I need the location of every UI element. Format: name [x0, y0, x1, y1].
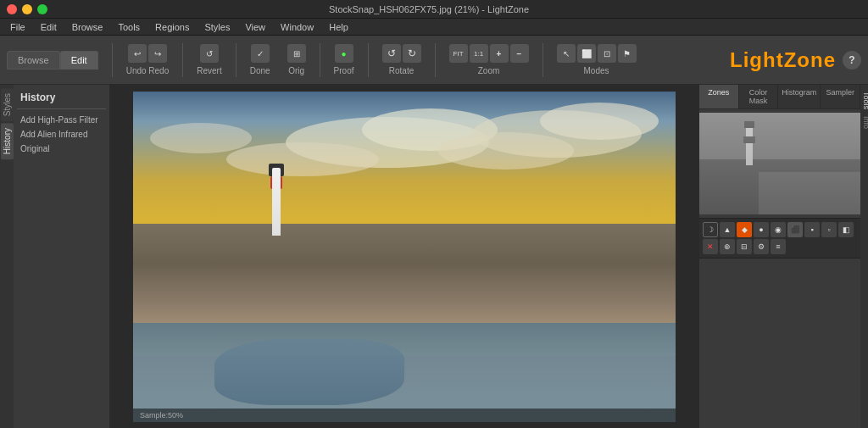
left-tab-styles[interactable]: Styles: [1, 88, 14, 121]
orig-label: Orig: [288, 66, 304, 75]
tool-hsl[interactable]: ●: [754, 222, 769, 237]
menu-view[interactable]: View: [238, 20, 272, 34]
tool-sharpen[interactable]: ▪: [804, 222, 820, 237]
zoom-fit-button[interactable]: FIT: [449, 44, 468, 63]
tool-settings[interactable]: ⚙: [754, 239, 769, 254]
menu-file[interactable]: File: [3, 20, 32, 34]
image-container: Sample:50%: [133, 92, 676, 422]
divider-6: [435, 43, 436, 77]
zoom-in-button[interactable]: [490, 44, 509, 63]
history-title: History: [17, 88, 106, 109]
modes-label: Modes: [584, 66, 609, 75]
tab-browse[interactable]: Browse: [7, 51, 60, 69]
right-tab-strip: Zones Color Mask Histogram Sampler: [699, 85, 860, 109]
svg-rect-13: [699, 113, 860, 214]
revert-label: Revert: [197, 66, 221, 75]
divider-7: [542, 43, 543, 77]
main-area: Styles History History Add High-Pass Fil…: [0, 85, 868, 428]
crop-mode-button[interactable]: [598, 44, 616, 63]
zoom-group: FIT 1:1 Zoom: [442, 41, 536, 79]
tool-bw[interactable]: ⬛: [787, 222, 803, 237]
rotate-cw-button[interactable]: ↻: [403, 44, 421, 63]
close-button[interactable]: [7, 4, 17, 14]
left-tab-strip: Styles History: [0, 85, 14, 428]
menubar: File Edit Browse Tools Regions Styles Vi…: [0, 19, 868, 36]
zoom-100-button[interactable]: 1:1: [470, 44, 488, 63]
history-item-original[interactable]: Original: [17, 142, 106, 156]
menu-help[interactable]: Help: [322, 20, 355, 34]
revert-button[interactable]: [200, 44, 219, 63]
tool-spot[interactable]: ⊟: [737, 239, 752, 254]
svg-point-2: [226, 142, 379, 176]
tool-nr[interactable]: ▫: [821, 222, 837, 237]
rotate-ccw-button[interactable]: ↺: [382, 44, 401, 63]
pool-reflection: [214, 339, 404, 405]
main-image: Sample:50%: [133, 92, 676, 422]
tool-stack[interactable]: ≡: [771, 239, 786, 254]
flag-mode-button[interactable]: [618, 44, 637, 63]
redo-button[interactable]: [148, 44, 167, 63]
transform-mode-button[interactable]: [577, 44, 596, 63]
right-panel: Zones Color Mask Histogram Sampler: [699, 85, 860, 428]
menu-edit[interactable]: Edit: [34, 20, 64, 34]
proof-button[interactable]: [335, 44, 353, 63]
tab-color-mask[interactable]: Color Mask: [739, 85, 779, 108]
svg-point-5: [150, 123, 252, 153]
brand: LightZone ?: [730, 48, 861, 72]
left-sidebar: Styles History History Add High-Pass Fil…: [0, 85, 110, 428]
left-tab-history[interactable]: History: [1, 123, 14, 159]
tool-red-eye[interactable]: ✕: [703, 239, 718, 254]
tab-histogram[interactable]: Histogram: [778, 85, 821, 108]
tool-clone[interactable]: ⊕: [720, 239, 735, 254]
minimize-button[interactable]: [22, 4, 32, 14]
tool-zones[interactable]: ☽: [703, 222, 718, 237]
tool-color[interactable]: ◆: [737, 222, 752, 237]
help-button[interactable]: ?: [843, 51, 861, 69]
menu-tools[interactable]: Tools: [111, 20, 147, 34]
lighthouse: [269, 151, 284, 236]
thumbnail-svg: [699, 113, 860, 214]
svg-point-4: [540, 103, 659, 140]
arrow-mode-button[interactable]: [557, 44, 576, 63]
menu-regions[interactable]: Regions: [148, 20, 196, 34]
brand-name: LightZone: [730, 48, 836, 72]
zoom-out-button[interactable]: [510, 44, 529, 63]
revert-group: Revert: [190, 41, 228, 79]
image-canvas[interactable]: Sample:50%: [110, 85, 698, 428]
menu-window[interactable]: Window: [274, 20, 320, 34]
divider-2: [182, 43, 183, 77]
divider-3: [236, 43, 236, 77]
tool-curves[interactable]: ▲: [720, 222, 735, 237]
history-panel: History Add High-Pass Filter Add Alien I…: [14, 85, 109, 428]
done-button[interactable]: [251, 44, 270, 63]
menu-browse[interactable]: Browse: [65, 20, 110, 34]
history-item-alien[interactable]: Add Alien Infrared: [17, 127, 106, 142]
window-controls[interactable]: [7, 4, 47, 14]
rotate-label: Rotate: [389, 66, 414, 75]
done-group: Done: [243, 41, 277, 79]
toolbar: Browse Edit Undo Redo Revert Done Orig P…: [0, 36, 868, 85]
divider-1: [112, 43, 113, 77]
status-text: Sample:50%: [140, 411, 183, 420]
menu-styles[interactable]: Styles: [198, 20, 236, 34]
maximize-button[interactable]: [37, 4, 47, 14]
orig-group: Orig: [281, 41, 313, 79]
window-title: StockSnap_HSH062FX75.jpg (21%) - LightZo…: [47, 4, 810, 14]
done-label: Done: [250, 66, 270, 75]
tool-vignette[interactable]: ◧: [838, 222, 854, 237]
browse-edit-tabs: Browse Edit: [7, 51, 98, 69]
divider-5: [368, 43, 369, 77]
zoom-label: Zoom: [478, 66, 500, 75]
vtab-info[interactable]: Info: [860, 113, 868, 132]
vtab-tools[interactable]: Tools: [860, 88, 868, 113]
brand-light: Light: [730, 48, 784, 71]
undo-button[interactable]: [128, 44, 147, 63]
tab-zones[interactable]: Zones: [699, 85, 739, 108]
tool-wb[interactable]: ◉: [771, 222, 786, 237]
orig-button[interactable]: [287, 44, 306, 63]
lighthouse-tower: [272, 168, 281, 236]
tab-edit[interactable]: Edit: [60, 51, 98, 69]
clouds-svg: [133, 92, 676, 241]
tab-sampler[interactable]: Sampler: [821, 85, 860, 108]
history-item-highpass[interactable]: Add High-Pass Filter: [17, 113, 106, 127]
